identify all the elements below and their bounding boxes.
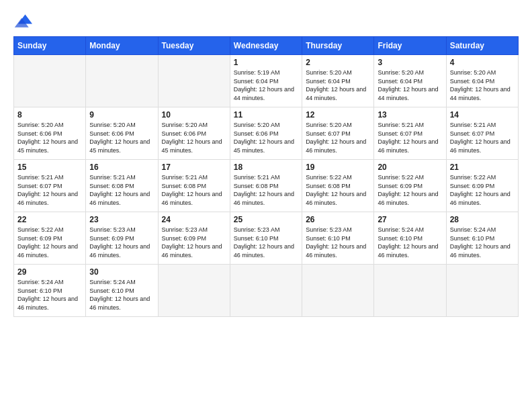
day-number: 22 [17, 215, 82, 224]
day-info: Sunrise: 5:22 AMSunset: 6:08 PMDaylight:… [306, 173, 370, 207]
day-number: 18 [234, 163, 298, 172]
day-number: 14 [450, 110, 515, 120]
day-number: 26 [306, 215, 370, 224]
day-of-week-header: Thursday [302, 37, 374, 55]
day-of-week-header: Sunday [14, 37, 86, 55]
day-info: Sunrise: 5:24 AMSunset: 6:10 PMDaylight:… [450, 226, 515, 259]
day-info: Sunrise: 5:24 AMSunset: 6:10 PMDaylight:… [89, 278, 154, 312]
header-row: SundayMondayTuesdayWednesdayThursdayFrid… [14, 37, 519, 55]
calendar-body: 1 Sunrise: 5:19 AMSunset: 6:04 PMDayligh… [14, 55, 519, 317]
day-info: Sunrise: 5:23 AMSunset: 6:09 PMDaylight:… [162, 226, 226, 259]
calendar-week-row: 1 Sunrise: 5:19 AMSunset: 6:04 PMDayligh… [14, 55, 519, 107]
calendar-cell: 29 Sunrise: 5:24 AMSunset: 6:10 PMDaylig… [14, 265, 86, 317]
day-number: 10 [162, 110, 226, 120]
day-info: Sunrise: 5:21 AMSunset: 6:08 PMDaylight:… [234, 173, 298, 207]
calendar-cell: 24 Sunrise: 5:23 AMSunset: 6:09 PMDaylig… [158, 212, 230, 265]
day-number: 12 [306, 110, 370, 120]
day-info: Sunrise: 5:20 AMSunset: 6:06 PMDaylight:… [162, 121, 226, 154]
logo-icon [13, 12, 32, 31]
day-of-week-header: Wednesday [230, 37, 302, 55]
calendar-cell [302, 265, 374, 317]
calendar-cell [158, 265, 230, 317]
calendar-cell: 13 Sunrise: 5:21 AMSunset: 6:07 PMDaylig… [374, 107, 446, 160]
calendar-cell: 19 Sunrise: 5:22 AMSunset: 6:08 PMDaylig… [302, 160, 374, 212]
calendar-cell: 8 Sunrise: 5:20 AMSunset: 6:06 PMDayligh… [14, 107, 86, 160]
calendar-header: SundayMondayTuesdayWednesdayThursdayFrid… [14, 37, 519, 55]
day-info: Sunrise: 5:23 AMSunset: 6:10 PMDaylight:… [306, 226, 370, 259]
calendar-cell: 22 Sunrise: 5:22 AMSunset: 6:09 PMDaylig… [14, 212, 86, 265]
calendar-cell: 28 Sunrise: 5:24 AMSunset: 6:10 PMDaylig… [446, 212, 518, 265]
calendar-cell: 2 Sunrise: 5:20 AMSunset: 6:04 PMDayligh… [302, 55, 374, 107]
day-info: Sunrise: 5:23 AMSunset: 6:09 PMDaylight:… [89, 226, 154, 259]
day-info: Sunrise: 5:22 AMSunset: 6:09 PMDaylight:… [450, 173, 515, 207]
day-number: 17 [162, 163, 226, 172]
calendar-cell: 16 Sunrise: 5:21 AMSunset: 6:08 PMDaylig… [86, 160, 158, 212]
calendar-cell: 17 Sunrise: 5:21 AMSunset: 6:08 PMDaylig… [158, 160, 230, 212]
calendar-cell: 26 Sunrise: 5:23 AMSunset: 6:10 PMDaylig… [302, 212, 374, 265]
calendar-cell: 25 Sunrise: 5:23 AMSunset: 6:10 PMDaylig… [230, 212, 302, 265]
calendar-cell [446, 265, 518, 317]
header [13, 12, 519, 31]
day-info: Sunrise: 5:22 AMSunset: 6:09 PMDaylight:… [378, 173, 442, 207]
day-info: Sunrise: 5:21 AMSunset: 6:08 PMDaylight:… [162, 173, 226, 207]
day-number: 20 [378, 163, 442, 172]
day-info: Sunrise: 5:24 AMSunset: 6:10 PMDaylight:… [17, 278, 82, 312]
day-info: Sunrise: 5:24 AMSunset: 6:10 PMDaylight:… [378, 226, 442, 259]
calendar-cell [374, 265, 446, 317]
day-number: 15 [17, 163, 82, 172]
calendar-cell: 20 Sunrise: 5:22 AMSunset: 6:09 PMDaylig… [374, 160, 446, 212]
day-info: Sunrise: 5:20 AMSunset: 6:04 PMDaylight:… [378, 68, 442, 102]
calendar-cell: 11 Sunrise: 5:20 AMSunset: 6:06 PMDaylig… [230, 107, 302, 160]
calendar-week-row: 22 Sunrise: 5:22 AMSunset: 6:09 PMDaylig… [14, 212, 519, 265]
calendar-cell: 4 Sunrise: 5:20 AMSunset: 6:04 PMDayligh… [446, 55, 518, 107]
calendar-cell: 15 Sunrise: 5:21 AMSunset: 6:07 PMDaylig… [14, 160, 86, 212]
day-number: 9 [89, 110, 154, 120]
calendar-week-row: 29 Sunrise: 5:24 AMSunset: 6:10 PMDaylig… [14, 265, 519, 317]
calendar-cell: 12 Sunrise: 5:20 AMSunset: 6:07 PMDaylig… [302, 107, 374, 160]
calendar-week-row: 15 Sunrise: 5:21 AMSunset: 6:07 PMDaylig… [14, 160, 519, 212]
day-number: 21 [450, 163, 515, 172]
day-of-week-header: Monday [86, 37, 158, 55]
day-number: 4 [450, 58, 515, 67]
calendar-cell: 18 Sunrise: 5:21 AMSunset: 6:08 PMDaylig… [230, 160, 302, 212]
day-number: 8 [17, 110, 82, 120]
day-of-week-header: Tuesday [158, 37, 230, 55]
calendar: SundayMondayTuesdayWednesdayThursdayFrid… [13, 36, 519, 317]
day-number: 16 [89, 163, 154, 172]
day-info: Sunrise: 5:21 AMSunset: 6:07 PMDaylight:… [378, 121, 442, 154]
calendar-cell: 3 Sunrise: 5:20 AMSunset: 6:04 PMDayligh… [374, 55, 446, 107]
calendar-cell: 1 Sunrise: 5:19 AMSunset: 6:04 PMDayligh… [230, 55, 302, 107]
day-info: Sunrise: 5:20 AMSunset: 6:06 PMDaylight:… [234, 121, 298, 154]
calendar-cell: 9 Sunrise: 5:20 AMSunset: 6:06 PMDayligh… [86, 107, 158, 160]
day-info: Sunrise: 5:20 AMSunset: 6:04 PMDaylight:… [450, 68, 515, 102]
day-info: Sunrise: 5:20 AMSunset: 6:04 PMDaylight:… [306, 68, 370, 102]
day-number: 29 [17, 267, 82, 277]
day-info: Sunrise: 5:21 AMSunset: 6:07 PMDaylight:… [450, 121, 515, 154]
day-number: 13 [378, 110, 442, 120]
day-info: Sunrise: 5:19 AMSunset: 6:04 PMDaylight:… [234, 68, 298, 102]
calendar-week-row: 8 Sunrise: 5:20 AMSunset: 6:06 PMDayligh… [14, 107, 519, 160]
day-number: 3 [378, 58, 442, 67]
calendar-cell [14, 55, 86, 107]
calendar-cell: 14 Sunrise: 5:21 AMSunset: 6:07 PMDaylig… [446, 107, 518, 160]
day-info: Sunrise: 5:20 AMSunset: 6:07 PMDaylight:… [306, 121, 370, 154]
day-number: 24 [162, 215, 226, 224]
calendar-cell: 23 Sunrise: 5:23 AMSunset: 6:09 PMDaylig… [86, 212, 158, 265]
day-info: Sunrise: 5:20 AMSunset: 6:06 PMDaylight:… [89, 121, 154, 154]
day-number: 25 [234, 215, 298, 224]
day-number: 1 [234, 58, 298, 67]
day-info: Sunrise: 5:22 AMSunset: 6:09 PMDaylight:… [17, 226, 82, 259]
day-of-week-header: Saturday [446, 37, 518, 55]
day-info: Sunrise: 5:21 AMSunset: 6:08 PMDaylight:… [89, 173, 154, 207]
day-number: 2 [306, 58, 370, 67]
calendar-cell: 30 Sunrise: 5:24 AMSunset: 6:10 PMDaylig… [86, 265, 158, 317]
page: SundayMondayTuesdayWednesdayThursdayFrid… [0, 0, 532, 411]
calendar-cell: 21 Sunrise: 5:22 AMSunset: 6:09 PMDaylig… [446, 160, 518, 212]
calendar-cell [230, 265, 302, 317]
calendar-cell [158, 55, 230, 107]
calendar-cell: 10 Sunrise: 5:20 AMSunset: 6:06 PMDaylig… [158, 107, 230, 160]
calendar-cell: 27 Sunrise: 5:24 AMSunset: 6:10 PMDaylig… [374, 212, 446, 265]
day-info: Sunrise: 5:21 AMSunset: 6:07 PMDaylight:… [17, 173, 82, 207]
calendar-cell [86, 55, 158, 107]
logo [13, 12, 35, 31]
